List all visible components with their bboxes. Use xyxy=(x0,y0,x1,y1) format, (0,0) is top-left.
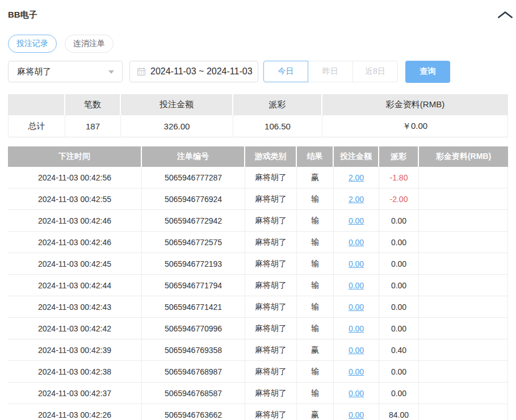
cell-game-type: 麻将胡了 xyxy=(245,188,297,210)
yesterday-button[interactable]: 昨日 xyxy=(308,61,353,82)
quick-date-group: 今日 昨日 近8日 xyxy=(263,61,398,82)
records-table-body: 2024-11-03 00:42:56 5065946777287 麻将胡了 赢… xyxy=(8,167,508,420)
cell-order-id: 5065946768587 xyxy=(142,383,245,404)
bet-amount-link[interactable]: 2.00 xyxy=(349,173,364,182)
cell-payout: 0.00 xyxy=(379,318,419,339)
cell-bet-time: 2024-11-03 00:42:56 xyxy=(8,167,142,188)
cell-order-id: 5065946772575 xyxy=(142,232,245,253)
query-button[interactable]: 查询 xyxy=(405,61,450,83)
cell-bet-amount: 0.00 xyxy=(334,296,379,318)
cell-bonus xyxy=(419,404,508,420)
table-row: 2024-11-03 00:42:42 5065946770996 麻将胡了 输… xyxy=(8,318,508,339)
summary-table: 笔数 投注金额 派彩 彩金资料(RMB) 总计 187 326.00 106.5… xyxy=(8,94,508,137)
bet-amount-link[interactable]: 0.00 xyxy=(349,346,364,355)
table-row: 2024-11-03 00:42:43 5065946771421 麻将胡了 输… xyxy=(8,296,508,318)
bet-amount-link[interactable]: 0.00 xyxy=(349,324,364,333)
cell-game-type: 麻将胡了 xyxy=(245,167,297,188)
bet-amount-link[interactable]: 0.00 xyxy=(349,389,364,398)
calendar-icon xyxy=(137,67,146,76)
table-row: 2024-11-03 00:42:38 5065946768987 麻将胡了 输… xyxy=(8,361,508,383)
bet-amount-link[interactable]: 2.00 xyxy=(349,195,364,204)
summary-total-payout: 106.50 xyxy=(233,115,322,137)
cell-bet-time: 2024-11-03 00:42:37 xyxy=(8,383,142,404)
col-order-id: 注单编号 xyxy=(142,146,245,167)
cell-bonus xyxy=(419,339,508,361)
cell-payout: 0.00 xyxy=(379,275,419,296)
bet-amount-link[interactable]: 0.00 xyxy=(349,238,364,247)
cell-game-type: 麻将胡了 xyxy=(245,253,297,275)
cell-order-id: 5065946771794 xyxy=(142,275,245,296)
today-button[interactable]: 今日 xyxy=(263,61,308,82)
cell-bet-amount: 2.00 xyxy=(334,167,379,188)
cell-bet-amount: 0.00 xyxy=(334,275,379,296)
cell-payout: 0.40 xyxy=(379,339,419,361)
cell-bet-amount: 0.00 xyxy=(334,383,379,404)
cell-bet-amount: 0.00 xyxy=(334,210,379,232)
cell-result: 赢 xyxy=(297,404,334,420)
records-table: 下注时间 注单编号 游戏类别 结果 投注金额 派彩 彩金资料(RMB) 2024… xyxy=(8,146,508,420)
cell-bet-amount: 0.00 xyxy=(334,318,379,339)
cell-order-id: 5065946777287 xyxy=(142,167,245,188)
cell-game-type: 麻将胡了 xyxy=(245,210,297,232)
cell-bonus xyxy=(419,383,508,404)
cell-result: 输 xyxy=(297,361,334,383)
cell-bonus xyxy=(419,232,508,253)
summary-header-bonus: 彩金资料(RMB) xyxy=(322,94,508,115)
tab-cancelled-orders[interactable]: 连消注单 xyxy=(65,35,114,53)
col-result: 结果 xyxy=(297,146,334,167)
bet-amount-link[interactable]: 0.00 xyxy=(349,303,364,312)
cell-payout: 0.00 xyxy=(379,210,419,232)
cell-order-id: 5065946770996 xyxy=(142,318,245,339)
bet-amount-link[interactable]: 0.00 xyxy=(349,410,364,419)
cell-payout: -2.00 xyxy=(379,188,419,210)
table-row: 2024-11-03 00:42:37 5065946768587 麻将胡了 输… xyxy=(8,383,508,404)
cell-payout: 84.00 xyxy=(379,404,419,420)
cell-result: 输 xyxy=(297,210,334,232)
bet-amount-link[interactable]: 0.00 xyxy=(349,259,364,268)
cell-bet-amount: 2.00 xyxy=(334,188,379,210)
cell-result: 输 xyxy=(297,253,334,275)
table-row: 2024-11-03 00:42:45 5065946772193 麻将胡了 输… xyxy=(8,253,508,275)
table-row: 2024-11-03 00:42:26 5065946763662 麻将胡了 赢… xyxy=(8,404,508,420)
summary-total-label: 总计 xyxy=(8,115,65,137)
cell-bet-time: 2024-11-03 00:42:42 xyxy=(8,318,142,339)
cell-bet-time: 2024-11-03 00:42:26 xyxy=(8,404,142,420)
game-type-select[interactable]: 麻将胡了 xyxy=(8,61,123,82)
summary-total-bet-amount: 326.00 xyxy=(121,115,233,137)
tab-bet-records[interactable]: 投注记录 xyxy=(8,35,57,53)
table-row: 2024-11-03 00:42:46 5065946772942 麻将胡了 输… xyxy=(8,210,508,232)
bet-amount-link[interactable]: 0.00 xyxy=(349,367,364,376)
cell-order-id: 5065946763662 xyxy=(142,404,245,420)
cell-bonus xyxy=(419,318,508,339)
cell-bonus xyxy=(419,296,508,318)
col-bet-time: 下注时间 xyxy=(8,146,142,167)
cell-bet-time: 2024-11-03 00:42:44 xyxy=(8,275,142,296)
cell-payout: -1.80 xyxy=(379,167,419,188)
cell-game-type: 麻将胡了 xyxy=(245,296,297,318)
cell-bet-time: 2024-11-03 00:42:39 xyxy=(8,339,142,361)
cell-bet-time: 2024-11-03 00:42:46 xyxy=(8,232,142,253)
cell-game-type: 麻将胡了 xyxy=(245,318,297,339)
summary-header-bet-amount: 投注金额 xyxy=(121,94,233,115)
col-game-type: 游戏类别 xyxy=(245,146,297,167)
cell-result: 赢 xyxy=(297,167,334,188)
summary-header-row: 笔数 投注金额 派彩 彩金资料(RMB) xyxy=(8,94,508,115)
date-range-input[interactable]: 2024-11-03 ~ 2024-11-03 xyxy=(129,61,258,82)
table-row: 2024-11-03 00:42:55 5065946776924 麻将胡了 输… xyxy=(8,188,508,210)
cell-result: 赢 xyxy=(297,339,334,361)
cell-order-id: 5065946772942 xyxy=(142,210,245,232)
cell-bet-time: 2024-11-03 00:42:46 xyxy=(8,210,142,232)
cell-result: 输 xyxy=(297,232,334,253)
last-8-days-button[interactable]: 近8日 xyxy=(353,61,398,82)
summary-header-count: 笔数 xyxy=(65,94,121,115)
bet-amount-link[interactable]: 0.00 xyxy=(349,281,364,290)
cell-result: 输 xyxy=(297,383,334,404)
cell-payout: 0.00 xyxy=(379,232,419,253)
cell-game-type: 麻将胡了 xyxy=(245,339,297,361)
collapse-chevron-up-icon[interactable] xyxy=(497,10,513,20)
table-row: 2024-11-03 00:42:44 5065946771794 麻将胡了 输… xyxy=(8,275,508,296)
cell-game-type: 麻将胡了 xyxy=(245,361,297,383)
bet-amount-link[interactable]: 0.00 xyxy=(349,216,364,225)
col-bonus: 彩金资料(RMB) xyxy=(419,146,508,167)
cell-game-type: 麻将胡了 xyxy=(245,275,297,296)
